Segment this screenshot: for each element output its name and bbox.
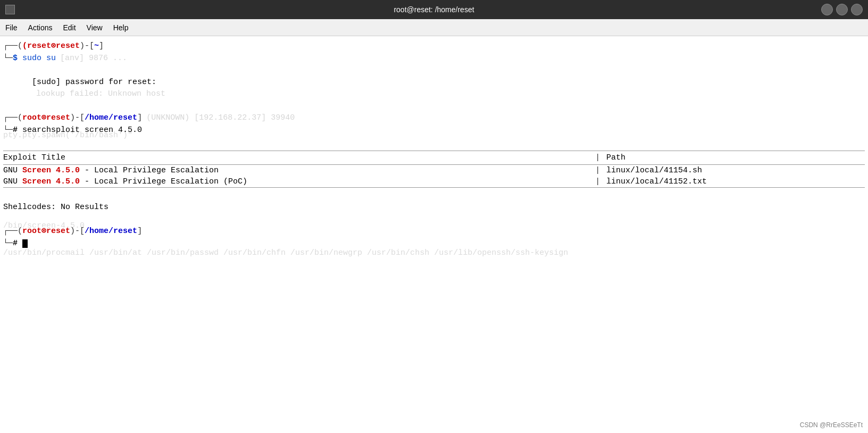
shellcodes-line: Shellcodes: No Results bbox=[3, 202, 865, 214]
sudo-password-line: [sudo] password for reset: lookup failed… bbox=[3, 64, 865, 112]
cmd-line-1: └─$ sudo su [anv] 9876 ... bbox=[3, 53, 865, 65]
prompt-line-3: ┌──(root⊗reset)-[/home/reset] bbox=[3, 226, 865, 238]
row1-separator: | bbox=[589, 164, 606, 176]
terminal-icon bbox=[5, 5, 15, 14]
watermark: CSDN @RrEeSSEeTt bbox=[800, 421, 863, 429]
titlebar: root@reset: /home/reset bbox=[0, 0, 868, 19]
terminal[interactable]: pty.pty.spawn('/bin/bash')" /bin/screen-… bbox=[0, 36, 868, 433]
prompt-line-1: ┌──((reset⊗reset)-[~] bbox=[3, 40, 865, 53]
table-row: GNU Screen 4.5.0 - Local Privilege Escal… bbox=[3, 176, 865, 188]
menu-actions[interactable]: Actions bbox=[28, 23, 53, 32]
table-header: Exploit Title | Path bbox=[3, 151, 865, 164]
table-row: GNU Screen 4.5.0 - Local Privilege Escal… bbox=[3, 164, 865, 176]
cmd-line-3: └─# bbox=[3, 238, 865, 250]
cmd-line-2: └─# searchsploit screen 4.5.0 bbox=[3, 124, 865, 137]
prompt-line-2: ┌──(root⊗reset)-[/home/reset] (UNKNOWN) … bbox=[3, 112, 865, 124]
minimize-button[interactable] bbox=[821, 4, 833, 15]
menubar: File Actions Edit View Help bbox=[0, 19, 868, 36]
menu-view[interactable]: View bbox=[87, 23, 103, 32]
terminal-content: ┌──((reset⊗reset)-[~] └─$ sudo su [anv] … bbox=[3, 40, 865, 249]
maximize-button[interactable] bbox=[836, 4, 848, 15]
header-separator: | bbox=[589, 151, 606, 164]
close-button[interactable] bbox=[851, 4, 863, 15]
searchsploit-table: Exploit Title | Path GNU Screen 4.5.0 - … bbox=[3, 151, 865, 188]
menu-help[interactable]: Help bbox=[113, 23, 129, 32]
spacer-1 bbox=[3, 136, 865, 148]
menu-file[interactable]: File bbox=[5, 23, 18, 32]
exploit-path-2: linux/local/41152.txt bbox=[606, 176, 865, 188]
cursor bbox=[22, 239, 28, 248]
header-path: Path bbox=[606, 151, 865, 164]
window-buttons bbox=[821, 4, 863, 15]
row2-separator: | bbox=[589, 176, 606, 188]
exploit-title-2: GNU Screen 4.5.0 - Local Privilege Escal… bbox=[3, 176, 589, 188]
header-exploit-title: Exploit Title bbox=[3, 151, 589, 164]
exploit-title-1: GNU Screen 4.5.0 - Local Privilege Escal… bbox=[3, 164, 589, 176]
spacer-2 bbox=[3, 190, 865, 202]
exploit-path-1: linux/local/41154.sh bbox=[606, 164, 865, 176]
spacer-3 bbox=[3, 214, 865, 226]
window-title: root@reset: /home/reset bbox=[394, 5, 474, 14]
menu-edit[interactable]: Edit bbox=[63, 23, 76, 32]
